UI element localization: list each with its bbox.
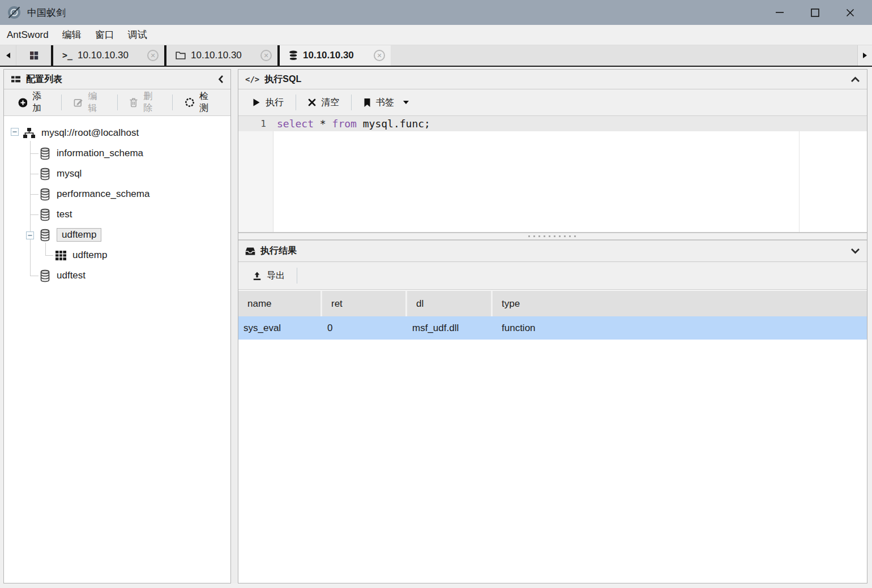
tree-node-label: udftest [57,270,86,281]
column-header-type[interactable]: type [493,291,867,316]
run-label: 执行 [266,97,284,109]
results-panel-title: 执行结果 [260,245,297,257]
sidebar-header: 配置列表 [4,70,230,89]
clear-label: 清空 [321,97,339,109]
triangle-left-icon [6,52,11,59]
vertical-splitter[interactable] [231,69,238,583]
terminal-icon: >_ [62,50,72,61]
close-tab-icon[interactable]: ✕ [260,50,272,61]
config-sidebar: 配置列表 添加 编辑 [3,69,231,583]
edit-icon [74,97,83,108]
splitter-grip-icon [528,235,577,237]
close-tab-icon[interactable]: ✕ [147,50,159,61]
cell-ret: 0 [322,316,407,340]
horizontal-splitter[interactable] [238,232,867,241]
inbox-icon [245,247,255,256]
menu-edit[interactable]: 编辑 [55,28,88,41]
sql-panel-title: 执行SQL [264,74,301,85]
tree-node-db-mysql[interactable]: mysql [4,164,230,184]
play-icon [253,98,260,107]
database-icon [39,147,51,160]
export-label: 导出 [267,270,285,282]
delete-label: 删除 [143,91,160,114]
tab-bar: >_ 10.10.10.30 ✕ 10.10.10.30 ✕ 10.10.10.… [0,45,872,67]
chevron-up-icon[interactable] [850,76,860,83]
cell-type: function [493,316,867,340]
maximize-icon [811,8,819,17]
database-icon [39,229,51,242]
add-label: 添加 [32,91,49,114]
plus-circle-icon [18,98,27,108]
minimize-button[interactable] [762,1,797,24]
check-button[interactable]: 检测 [173,89,228,115]
tree-node-db-information-schema[interactable]: information_schema [4,143,230,164]
table-row-selected[interactable]: sys_eval 0 msf_udf.dll function [238,316,867,340]
export-button[interactable]: 导出 [241,262,297,289]
column-header-ret[interactable]: ret [322,291,407,316]
tree-node-db-udftemp[interactable]: udftemp [4,225,230,245]
clear-button[interactable]: 清空 [296,89,351,115]
toolbar-divider [297,268,297,284]
tab-scroll-right-button[interactable] [857,45,872,66]
tree-node-db-test[interactable]: test [4,204,230,225]
tree-node-db-udftest[interactable]: udftest [4,265,230,286]
close-tab-icon[interactable]: ✕ [374,50,385,61]
bookmark-icon [364,98,371,108]
tab-terminal-10-10-10-30[interactable]: >_ 10.10.10.30 ✕ [53,45,164,66]
menu-debug[interactable]: 调试 [121,28,154,41]
tab-scroll-left-button[interactable] [0,45,16,66]
bookmark-button[interactable]: 书签 [352,89,421,115]
folder-icon [176,51,186,60]
collapse-expander-icon[interactable] [11,127,19,139]
column-header-dl[interactable]: dl [407,291,493,316]
line-number: 1 [238,116,273,131]
tab-home[interactable] [16,45,51,66]
maximize-button[interactable] [797,1,832,24]
column-header-name[interactable]: name [238,291,322,316]
database-tree: mysql://root@localhost information_schem… [4,116,230,583]
list-icon [11,75,21,83]
caret-down-icon [403,100,409,105]
connection-icon [23,127,36,139]
tab-database-10-10-10-30[interactable]: 10.10.10.30 ✕ [280,45,391,66]
menu-window[interactable]: 窗口 [88,28,121,41]
sql-workspace: </> 执行SQL 执行 清空 书签 [238,69,867,583]
database-icon [39,208,51,221]
results-toolbar: 导出 [238,262,867,290]
tree-node-label-selected: udftemp [57,228,101,242]
tree-node-db-performance-schema[interactable]: performance_schema [4,184,230,204]
sidebar-toolbar: 添加 编辑 删除 检测 [4,89,230,116]
print-margin-ruler [799,116,800,232]
close-icon [846,8,854,17]
tree-node-label: information_schema [57,148,143,159]
collapse-expander-icon[interactable] [26,231,34,242]
sql-editor[interactable]: 1 select * from mysql.func; [238,116,867,232]
tab-files-10-10-10-30[interactable]: 10.10.10.30 ✕ [166,45,277,66]
tab-label: 10.10.10.30 [303,50,354,61]
tree-node-table-udftemp[interactable]: udftemp [4,245,230,265]
collapse-left-icon[interactable] [218,75,224,84]
title-bar: 中国蚁剑 [0,0,872,25]
add-button[interactable]: 添加 [6,89,61,115]
table-icon [55,250,67,261]
chevron-down-icon[interactable] [850,248,860,254]
check-label: 检测 [199,91,216,114]
x-icon [308,98,316,106]
delete-button[interactable]: 删除 [117,89,172,115]
tab-label: 10.10.10.30 [78,50,129,61]
sql-panel-header: </> 执行SQL [238,70,867,89]
tree-node-label: performance_schema [57,188,149,200]
edit-button[interactable]: 编辑 [62,89,117,115]
tree-node-connection[interactable]: mysql://root@localhost [4,123,230,143]
menu-antsword[interactable]: AntSword [6,29,55,41]
trash-icon [129,97,138,108]
database-icon [39,269,51,282]
run-button[interactable]: 执行 [241,89,296,115]
menu-bar: AntSword 编辑 窗口 调试 [0,25,872,45]
tree-node-label: mysql [57,168,82,179]
editor-gutter [238,116,273,232]
results-panel-header: 执行结果 [238,241,867,262]
tab-label: 10.10.10.30 [191,50,242,61]
sql-toolbar: 执行 清空 书签 [238,89,867,116]
close-button[interactable] [832,1,867,24]
